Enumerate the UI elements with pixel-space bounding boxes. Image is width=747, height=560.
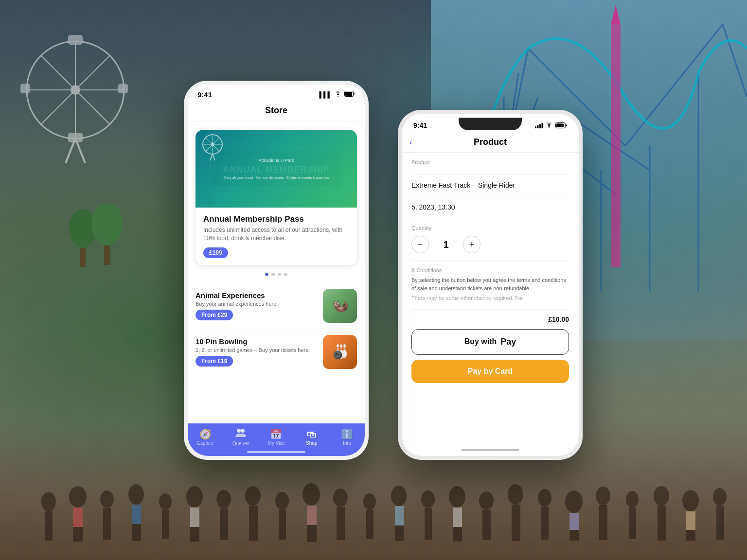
svg-rect-82 xyxy=(132,505,141,524)
svg-line-99 xyxy=(213,154,215,160)
product-title: Product xyxy=(474,137,507,147)
tab-explore-label: Explore xyxy=(197,440,213,446)
svg-point-71 xyxy=(596,487,610,505)
wifi-icon xyxy=(334,91,342,98)
svg-rect-72 xyxy=(599,505,607,540)
product-field-date: 5, 2023, 13:30 xyxy=(411,196,569,218)
store-title: Store xyxy=(265,105,287,115)
svg-rect-30 xyxy=(80,248,86,267)
terms-label: & Conditions xyxy=(411,267,569,273)
svg-rect-46 xyxy=(220,508,228,540)
quantity-label: Quantity xyxy=(411,225,569,231)
featured-info: Annual Membership Pass Includes unlimite… xyxy=(196,208,357,265)
svg-rect-50 xyxy=(279,509,286,540)
info-icon: ℹ️ xyxy=(341,429,353,439)
svg-point-33 xyxy=(41,492,56,511)
animal-image: 🦦 xyxy=(323,289,357,323)
dot-3[interactable] xyxy=(278,273,281,276)
featured-name: Annual Membership Pass xyxy=(203,214,349,224)
svg-rect-28 xyxy=(118,84,128,93)
list-item-animal[interactable]: Animal Experiences Buy your animal exper… xyxy=(196,283,357,329)
home-indicator-right xyxy=(461,449,519,451)
featured-card[interactable]: Attractions.io Park ANNUAL MEMBERSHIP En… xyxy=(196,130,357,265)
trees xyxy=(68,204,126,279)
svg-rect-32 xyxy=(104,245,110,265)
list-item-bowling-info: 10 Pin Bowling 1, 2, or unlimited games … xyxy=(196,337,317,367)
tab-info[interactable]: ℹ️ Info xyxy=(335,429,359,446)
list-item-bowling[interactable]: 10 Pin Bowling 1, 2, or unlimited games … xyxy=(196,329,357,375)
svg-rect-64 xyxy=(482,510,491,540)
membership-logo: Attractions.io Park xyxy=(223,158,330,163)
tab-myvisit[interactable]: 📅 My Visit xyxy=(264,429,288,446)
svg-rect-68 xyxy=(541,507,549,540)
dot-1[interactable] xyxy=(265,273,268,276)
tab-explore[interactable]: 🧭 Explore xyxy=(193,429,217,446)
phone-store-inner: 9:41 ▌▌▌ xyxy=(188,85,365,456)
svg-rect-76 xyxy=(658,506,666,541)
status-time-right: 9:41 xyxy=(413,122,427,129)
dot-4[interactable] xyxy=(284,273,287,276)
back-button[interactable]: ‹ xyxy=(409,138,412,147)
notch xyxy=(459,118,522,130)
svg-point-39 xyxy=(128,484,144,505)
tab-queues-label: Queues xyxy=(232,441,249,446)
svg-rect-103 xyxy=(537,125,539,128)
svg-rect-27 xyxy=(20,84,30,93)
svg-rect-74 xyxy=(629,508,636,539)
animal-price: From £29 xyxy=(196,310,233,320)
svg-rect-48 xyxy=(249,506,258,541)
product-body: Product Extreme Fast Track – Single Ride… xyxy=(402,153,579,383)
svg-point-73 xyxy=(626,491,639,508)
animal-desc: Buy your animal experiences here. xyxy=(196,301,317,307)
svg-rect-60 xyxy=(425,508,432,540)
svg-rect-34 xyxy=(45,511,53,541)
tab-info-label: Info xyxy=(343,440,351,446)
bowling-desc: 1, 2, or unlimited games – Buy your tick… xyxy=(196,347,317,353)
field-value-name: Extreme Fast Track – Single Rider xyxy=(411,181,569,189)
dot-2[interactable] xyxy=(271,273,275,276)
quantity-value: 1 xyxy=(439,239,453,250)
store-header: Store xyxy=(188,102,365,122)
quantity-row: Quantity − 1 + xyxy=(411,218,569,261)
tab-shop[interactable]: 🛍 Shop xyxy=(300,429,324,446)
quantity-controls: − 1 + xyxy=(411,236,569,253)
myvisit-icon: 📅 xyxy=(270,429,282,439)
svg-point-100 xyxy=(237,429,241,433)
phone-store: 9:41 ▌▌▌ xyxy=(184,81,369,460)
svg-rect-81 xyxy=(73,508,83,527)
svg-rect-14 xyxy=(611,24,621,267)
bowling-icon: 🎳 xyxy=(323,335,357,369)
apple-logo-icon: Pay xyxy=(500,337,516,347)
featured-image: Attractions.io Park ANNUAL MEMBERSHIP En… xyxy=(196,130,357,208)
bowling-image: 🎳 xyxy=(323,335,357,369)
list-item-animal-info: Animal Experiences Buy your animal exper… xyxy=(196,291,317,320)
signal-icon: ▌▌▌ xyxy=(319,91,332,98)
svg-rect-86 xyxy=(453,508,462,527)
battery-icon xyxy=(344,91,355,98)
buy-apple-pay-button[interactable]: Buy with Pay xyxy=(411,329,569,355)
battery-icon-right xyxy=(555,122,567,128)
meerkat-icon: 🦦 xyxy=(323,289,357,323)
buy-with-label: Buy with xyxy=(464,337,497,346)
phone-product-inner: 9:41 xyxy=(402,114,579,456)
svg-rect-87 xyxy=(569,513,579,530)
product-header: ‹ Product xyxy=(402,132,579,153)
svg-point-79 xyxy=(713,488,727,506)
signal-icon-right xyxy=(535,123,543,128)
terms-extra: There may be some other checks required.… xyxy=(411,294,569,302)
product-field-label: Product xyxy=(411,153,569,175)
terms-text: By selecting the button below you agree … xyxy=(411,276,569,292)
svg-rect-91 xyxy=(345,92,352,96)
membership-subtitle: Entry all year round · Member discounts … xyxy=(223,176,330,179)
svg-rect-25 xyxy=(68,35,83,45)
svg-rect-38 xyxy=(103,508,111,540)
tab-myvisit-label: My Visit xyxy=(268,440,285,446)
increase-quantity-button[interactable]: + xyxy=(463,236,480,253)
svg-point-37 xyxy=(100,490,114,508)
decrease-quantity-button[interactable]: − xyxy=(411,236,429,253)
pay-by-card-button[interactable]: Pay by Card xyxy=(411,360,569,383)
total-price: £10.00 xyxy=(548,315,569,323)
svg-rect-102 xyxy=(535,126,536,128)
tab-queues[interactable]: Queues xyxy=(229,428,253,446)
svg-rect-54 xyxy=(337,507,345,540)
